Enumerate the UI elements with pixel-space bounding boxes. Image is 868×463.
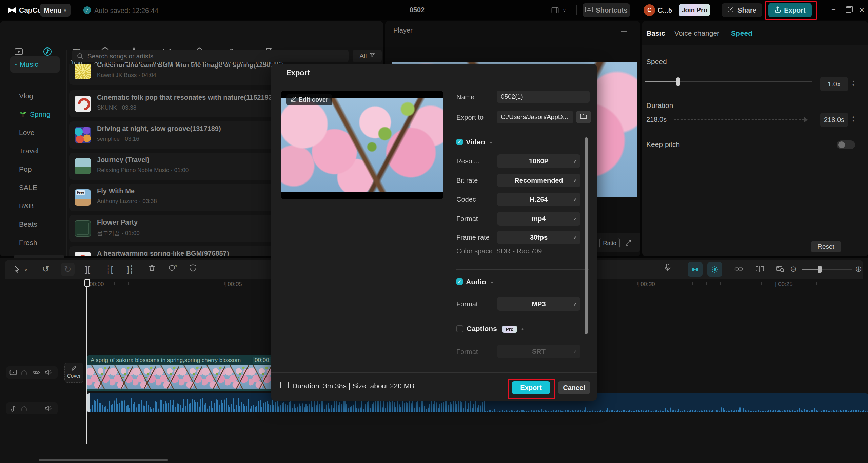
tab-basic[interactable]: Basic bbox=[646, 29, 665, 37]
auto-highlight-button[interactable] bbox=[707, 262, 722, 277]
maximize-button[interactable] bbox=[846, 7, 851, 13]
eye-icon[interactable] bbox=[33, 370, 40, 377]
name-input[interactable] bbox=[497, 91, 590, 103]
audio-checkbox[interactable]: ✓ bbox=[456, 278, 463, 285]
close-button[interactable]: × bbox=[859, 5, 864, 15]
captions-section-label: Captions bbox=[467, 325, 497, 333]
horizontal-scrollbar[interactable] bbox=[39, 459, 168, 461]
redo-button[interactable]: ↻ bbox=[61, 263, 75, 276]
filter-button[interactable]: All bbox=[353, 50, 382, 62]
tab-voice-changer[interactable]: Voice changer bbox=[674, 29, 719, 37]
timeline-zoom-handle[interactable] bbox=[818, 266, 822, 273]
shortcuts-button[interactable]: Shortcuts bbox=[583, 3, 630, 17]
export-to-input[interactable] bbox=[497, 111, 573, 123]
sidebar-item-vlog[interactable]: Vlog bbox=[19, 90, 70, 102]
zoom-out-icon[interactable]: ⊖ bbox=[790, 264, 797, 274]
dialog-scrollbar[interactable] bbox=[585, 137, 588, 334]
reset-button[interactable]: Reset bbox=[811, 241, 841, 252]
ratio-button[interactable]: Ratio bbox=[599, 238, 620, 248]
zoom-in-icon[interactable]: ⊕ bbox=[855, 264, 862, 274]
player-menu-icon[interactable] bbox=[620, 27, 627, 34]
dialog-cancel-button[interactable]: Cancel bbox=[558, 381, 590, 394]
duration-stepper[interactable]: ▴▾ bbox=[850, 115, 857, 122]
edit-cover-button[interactable]: Edit cover bbox=[286, 94, 332, 105]
search-input[interactable] bbox=[87, 50, 342, 63]
collapse-icon[interactable]: ▴ bbox=[491, 279, 493, 284]
share-button[interactable]: Share bbox=[722, 3, 762, 17]
search-bar[interactable] bbox=[72, 50, 349, 62]
duration-value-box[interactable]: 218.0s bbox=[820, 113, 848, 127]
minimize-button[interactable]: − bbox=[831, 5, 836, 14]
cover-button[interactable]: Cover bbox=[64, 363, 83, 383]
lock-icon[interactable] bbox=[21, 405, 27, 413]
layout-icon[interactable] bbox=[551, 7, 559, 15]
tab-speed[interactable]: Speed bbox=[731, 29, 752, 37]
sidebar-item-pop[interactable]: Pop bbox=[19, 163, 70, 175]
collapse-icon[interactable]: ▴ bbox=[521, 326, 524, 331]
collapse-icon[interactable]: ▴ bbox=[490, 140, 492, 144]
sidebar-item-beats[interactable]: Beats bbox=[19, 218, 70, 230]
slider-handle[interactable] bbox=[676, 77, 680, 86]
pro-badge: Pro bbox=[502, 326, 517, 333]
speed-value-box[interactable]: 1.0x bbox=[820, 77, 848, 91]
join-pro-button[interactable]: Join Pro bbox=[679, 4, 710, 16]
select-tool-icon[interactable] bbox=[14, 265, 21, 275]
speed-stepper[interactable]: ▴▾ bbox=[850, 79, 857, 87]
browse-folder-button[interactable] bbox=[576, 111, 591, 123]
share-icon bbox=[727, 6, 735, 15]
preview-zoom-icon[interactable] bbox=[776, 265, 785, 274]
split-left-icon[interactable]: ┆[ bbox=[106, 265, 113, 274]
setting-dropdown-resol-[interactable]: 1080P∨ bbox=[497, 154, 580, 168]
captions-format-label: Format bbox=[456, 348, 478, 356]
captions-format-value: SRT bbox=[497, 345, 580, 358]
chevron-down-icon: ∨ bbox=[573, 302, 576, 307]
menu-button[interactable]: Menu ∨ bbox=[40, 4, 71, 17]
keep-pitch-toggle[interactable] bbox=[837, 140, 855, 149]
duration-arrow-icon bbox=[804, 117, 808, 122]
mirror-split-icon[interactable] bbox=[755, 265, 764, 273]
split-icon[interactable]: ][ bbox=[85, 265, 90, 274]
fullscreen-icon[interactable] bbox=[625, 239, 632, 248]
shield-icon[interactable] bbox=[189, 264, 197, 273]
setting-label-frame-rate: Frame rate bbox=[456, 234, 490, 242]
avatar[interactable]: C bbox=[644, 4, 655, 16]
video-checkbox[interactable]: ✓ bbox=[456, 139, 463, 145]
delete-icon[interactable] bbox=[148, 264, 156, 273]
setting-dropdown-bit-rate[interactable]: Recommended∨ bbox=[497, 174, 580, 187]
undo-icon[interactable]: ↺ bbox=[42, 264, 50, 274]
snap-button[interactable] bbox=[688, 262, 703, 277]
setting-dropdown-frame-rate[interactable]: 30fps∨ bbox=[497, 231, 580, 244]
sidebar-item-love[interactable]: Love bbox=[19, 127, 70, 138]
sidebar-item-label: R&B bbox=[19, 202, 34, 210]
speed-slider[interactable] bbox=[645, 77, 812, 87]
captions-checkbox[interactable] bbox=[456, 325, 463, 332]
link-icon[interactable] bbox=[734, 266, 743, 273]
dialog-cancel-label: Cancel bbox=[563, 384, 585, 392]
audio-format-dropdown[interactable]: MP3 ∨ bbox=[497, 297, 580, 311]
divider bbox=[679, 265, 679, 274]
sidebar-item-sale[interactable]: SALE bbox=[19, 182, 70, 193]
chevron-down-icon: ∨ bbox=[573, 349, 576, 354]
layout-chevron-icon[interactable]: ∨ bbox=[563, 8, 566, 13]
lock-icon[interactable] bbox=[21, 369, 27, 377]
reset-label: Reset bbox=[817, 243, 834, 250]
setting-dropdown-format[interactable]: mp4∨ bbox=[497, 212, 580, 226]
mic-icon[interactable] bbox=[664, 263, 671, 273]
speaker-icon[interactable] bbox=[45, 369, 52, 377]
sidebar-item-travel[interactable]: Travel bbox=[19, 145, 70, 157]
clip-left-handle[interactable] bbox=[87, 393, 90, 412]
setting-dropdown-codec[interactable]: H.264∨ bbox=[497, 193, 580, 206]
ruler-tick bbox=[266, 282, 266, 285]
shield-ai-icon[interactable]: AI bbox=[168, 264, 177, 273]
playhead-handle[interactable] bbox=[84, 279, 90, 287]
chevron-down-icon[interactable]: ∨ bbox=[24, 267, 27, 273]
playhead-line[interactable] bbox=[86, 287, 87, 444]
speaker-icon[interactable] bbox=[45, 405, 52, 413]
split-right-icon[interactable]: ]┆ bbox=[127, 265, 134, 274]
sidebar-item-r-b[interactable]: R&B bbox=[19, 200, 70, 212]
sidebar-item-music[interactable]: ▾Music bbox=[10, 56, 60, 73]
account-name[interactable]: C...5 bbox=[658, 6, 672, 14]
sidebar-item-fresh[interactable]: Fresh bbox=[19, 237, 70, 248]
sidebar-item-spring[interactable]: Spring bbox=[19, 109, 70, 120]
chevron-down-icon: ∨ bbox=[573, 178, 576, 183]
